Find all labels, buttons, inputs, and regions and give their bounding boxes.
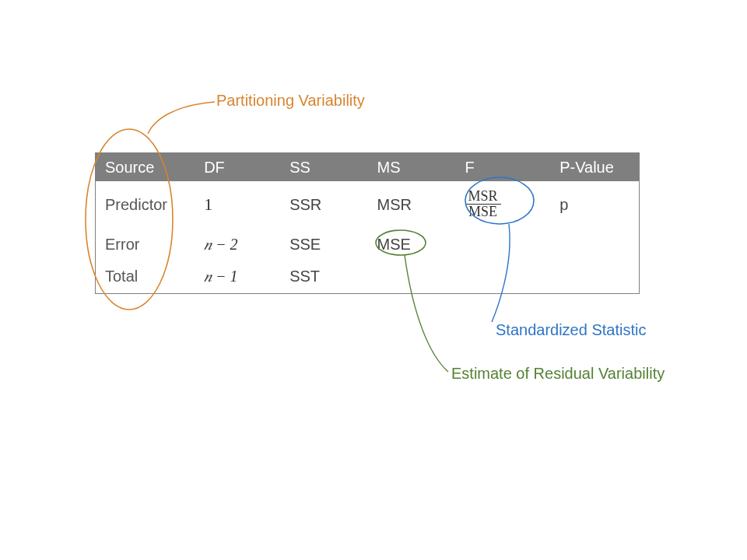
annotation-standardized: Standardized Statistic	[496, 321, 646, 339]
f-ratio: MSR MSE	[465, 189, 501, 219]
cell-error-ss: SSE	[280, 228, 367, 261]
cell-predictor-f: MSR MSE	[456, 181, 551, 228]
header-df: DF	[195, 153, 280, 182]
table-row-error: Error 𝑛 − 2 SSE MSE	[96, 228, 640, 261]
annotation-residual: Estimate of Residual Variability	[451, 365, 665, 383]
leader-partitioning	[148, 102, 215, 134]
cell-predictor-p: p	[550, 181, 639, 228]
cell-predictor-source: Predictor	[96, 181, 195, 228]
header-ss: SS	[280, 153, 367, 182]
header-source: Source	[96, 153, 195, 182]
table-row-predictor: Predictor 1 SSR MSR MSR MSE p	[96, 181, 640, 228]
diagram-stage: Partitioning Variability Standardized St…	[0, 0, 747, 560]
anova-table: Source DF SS MS F P-Value Predictor 1 SS…	[95, 152, 640, 294]
cell-predictor-ss: SSR	[280, 181, 367, 228]
header-p: P-Value	[550, 153, 639, 182]
cell-error-source: Error	[96, 228, 195, 261]
cell-error-ms: MSE	[368, 228, 456, 261]
annotation-partitioning: Partitioning Variability	[216, 92, 365, 110]
cell-total-ss: SST	[280, 261, 367, 293]
cell-predictor-ms: MSR	[368, 181, 456, 228]
header-f: F	[456, 153, 551, 182]
f-ratio-numerator: MSR	[465, 189, 501, 205]
f-ratio-denominator: MSE	[465, 205, 501, 219]
table-header-row: Source DF SS MS F P-Value	[96, 153, 640, 182]
table-row-total: Total 𝑛 − 1 SST	[96, 261, 640, 293]
cell-total-df: 𝑛 − 1	[195, 261, 280, 293]
cell-total-source: Total	[96, 261, 195, 293]
cell-error-df: 𝑛 − 2	[195, 228, 280, 261]
cell-predictor-df: 1	[204, 194, 212, 214]
header-ms: MS	[368, 153, 456, 182]
